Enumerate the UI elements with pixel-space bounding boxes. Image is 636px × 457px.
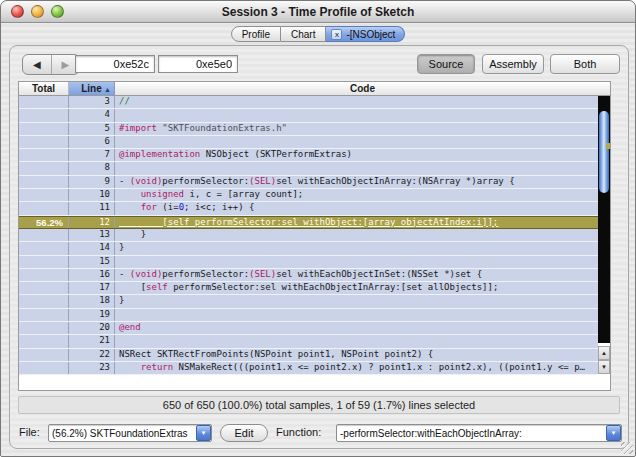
total-percent-cell [19, 256, 69, 268]
scroll-down-button[interactable]: ▼ [598, 360, 610, 374]
line-number-cell: 11 [69, 202, 115, 214]
table-row[interactable]: 11 for (i=0; i<c; i++) { [19, 202, 598, 215]
code-token: - [119, 269, 130, 279]
table-row[interactable]: 17 [self performSelector:sel withEachObj… [19, 282, 598, 295]
line-number-cell: 7 [69, 149, 115, 161]
table-row[interactable]: 23 return NSMakeRect(((point1.x <= point… [19, 362, 598, 375]
code-token: (SEL) [249, 269, 276, 279]
column-header-line-label: Line [81, 83, 102, 94]
code-token [119, 362, 141, 372]
code-cell [115, 256, 598, 268]
line-number-cell: 15 [69, 256, 115, 268]
code-token: (SEL) [249, 176, 276, 186]
total-percent-cell [19, 136, 69, 148]
code-cell: - (void)performSelector:(SEL)sel withEac… [115, 176, 598, 188]
table-row[interactable]: 56.2%12 [self performSelector:sel withOb… [19, 216, 598, 229]
content-panel: ◀ ▶ Source Assembly Both Total Line ▲ Co… [9, 45, 629, 449]
back-button[interactable]: ◀ [23, 55, 52, 74]
line-number-cell: 18 [69, 295, 115, 307]
tab-nsobject[interactable]: x -[NSObject [326, 26, 405, 42]
code-token: } [119, 229, 146, 239]
source-view-button[interactable]: Source [417, 54, 475, 74]
line-number-cell: 21 [69, 335, 115, 347]
tab-nsobject-label: -[NSObject [346, 27, 395, 42]
line-number-cell: 4 [69, 109, 115, 121]
edit-button[interactable]: Edit [220, 424, 268, 442]
code-cell [115, 335, 598, 347]
status-text: 650 of 650 (100.0%) total samples, 1 of … [163, 399, 475, 411]
scrollbar-hotspot-track[interactable] [598, 96, 610, 343]
code-token: (void) [130, 269, 163, 279]
code-token: sel withEachObjectInArray:(NSArray *)arr… [276, 176, 514, 186]
code-cell [115, 109, 598, 121]
table-row[interactable]: 10 unsigned i, c = [array count]; [19, 189, 598, 202]
code-token: } [119, 242, 124, 252]
total-percent-cell [19, 322, 69, 334]
title-bar[interactable]: Session 3 - Time Profile of Sketch [1, 1, 635, 23]
total-percent-cell [19, 176, 69, 188]
tab-chart[interactable]: Chart [281, 26, 326, 42]
table-row[interactable]: 7@implementation NSObject (SKTPerformExt… [19, 149, 598, 162]
table-row[interactable]: 8 [19, 162, 598, 175]
code-token: NSObject (SKTPerformExtras) [200, 149, 352, 159]
line-number-cell: 22 [69, 349, 115, 361]
column-header-total[interactable]: Total [19, 82, 69, 95]
total-percent-cell [19, 96, 69, 108]
line-number-cell: 14 [69, 242, 115, 254]
assembly-view-button[interactable]: Assembly [482, 54, 544, 74]
code-token: NSMakeRect(((point1.x <= point2.x) ? poi… [173, 362, 585, 372]
table-row[interactable]: 13 } [19, 229, 598, 242]
total-percent-cell [19, 269, 69, 281]
scrollbar-thumb[interactable] [599, 111, 609, 193]
file-dropdown[interactable]: (56.2%) SKTFoundationExtras ▼ [48, 424, 212, 442]
total-percent-cell [19, 242, 69, 254]
window-title: Session 3 - Time Profile of Sketch [1, 1, 635, 23]
table-row[interactable]: 3// [19, 96, 598, 109]
column-header-line[interactable]: Line ▲ [69, 82, 115, 95]
table-row[interactable]: 20@end [19, 322, 598, 335]
address-end-field[interactable] [158, 55, 238, 73]
table-row[interactable]: 6 [19, 136, 598, 149]
table-row[interactable]: 15 [19, 256, 598, 269]
total-percent-cell [19, 149, 69, 161]
address-start-field[interactable] [75, 55, 155, 73]
code-cell: for (i=0; i<c; i++) { [115, 202, 598, 214]
line-number-cell: 6 [69, 136, 115, 148]
total-percent-cell [19, 282, 69, 294]
code-cell: @end [115, 322, 598, 334]
table-row[interactable]: 18} [19, 295, 598, 308]
table-row[interactable]: 9- (void)performSelector:(SEL)sel withEa… [19, 176, 598, 189]
total-percent-cell [19, 309, 69, 321]
line-number-cell: 13 [69, 229, 115, 241]
code-token: (i= [157, 202, 179, 212]
column-header-code[interactable]: Code [115, 82, 610, 95]
table-row[interactable]: 16- (void)performSelector:(SEL)sel withE… [19, 269, 598, 282]
table-row[interactable]: 22NSRect SKTRectFromPoints(NSPoint point… [19, 349, 598, 362]
file-dropdown-arrow-icon[interactable]: ▼ [196, 425, 211, 441]
code-cell: - (void)performSelector:(SEL)sel withEac… [115, 269, 598, 281]
tab-bar: Profile Chart x -[NSObject [1, 26, 635, 43]
function-dropdown[interactable]: -performSelector:withEachObjectInArray: … [336, 424, 622, 442]
code-token: #import [119, 123, 157, 133]
resize-grip[interactable] [621, 442, 633, 454]
code-token: performSelector:sel withEachObjectInArra… [168, 282, 499, 292]
total-percent-cell [19, 335, 69, 347]
table-row[interactable]: 4 [19, 109, 598, 122]
scroll-up-button[interactable]: ▲ [598, 346, 610, 360]
code-token: performSelector: [162, 269, 249, 279]
close-tab-icon[interactable]: x [331, 29, 342, 40]
table-row[interactable]: 21 [19, 335, 598, 348]
function-dropdown-arrow-icon[interactable]: ▼ [606, 425, 621, 441]
vertical-scrollbar[interactable]: ▲ ▼ [598, 96, 610, 390]
code-cell: #import "SKTFoundationExtras.h" [115, 123, 598, 135]
table-row[interactable]: 14} [19, 242, 598, 255]
status-bar: 650 of 650 (100.0%) total samples, 1 of … [18, 396, 620, 414]
both-view-button[interactable]: Both [550, 54, 620, 74]
table-row[interactable]: 5#import "SKTFoundationExtras.h" [19, 123, 598, 136]
tab-profile[interactable]: Profile [231, 26, 281, 42]
code-cell: NSRect SKTRectFromPoints(NSPoint point1,… [115, 349, 598, 361]
code-token: return [141, 362, 174, 372]
line-number-cell: 3 [69, 96, 115, 108]
file-label: File: [19, 426, 40, 438]
table-row[interactable]: 19 [19, 309, 598, 322]
